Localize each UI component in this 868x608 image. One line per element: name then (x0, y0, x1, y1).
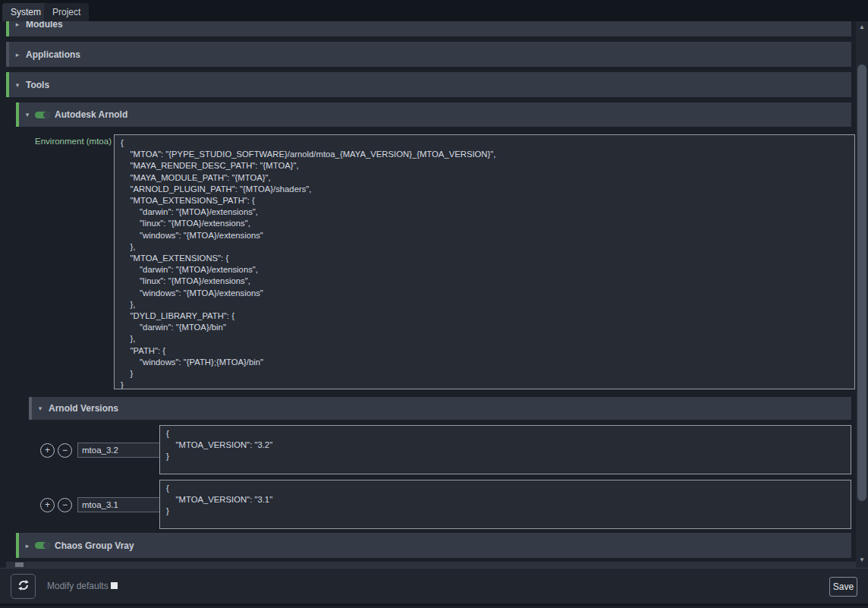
vertical-scrollbar-thumb[interactable] (857, 65, 866, 501)
save-button[interactable]: Save (829, 577, 857, 597)
tab-project[interactable]: Project (44, 3, 89, 21)
footer-bar: Modify defaults Save (0, 568, 868, 606)
section-title-autodesk-arnold: Autodesk Arnold (55, 109, 127, 120)
modify-defaults-label: Modify defaults (47, 581, 108, 591)
environment-mtoa-label: Environment (mtoa) (19, 137, 112, 146)
modify-defaults-checkbox[interactable] (111, 582, 118, 589)
section-header-arnold-versions[interactable]: ▾ Arnold Versions (29, 397, 851, 420)
scroll-down-icon[interactable]: ▼ (856, 554, 868, 566)
version-row-controls: + − (40, 497, 161, 512)
version-json-editor[interactable]: { "MTOA_VERSION": "3.1" } (159, 480, 851, 529)
chevron-right-icon: ▸ (12, 51, 23, 58)
chevron-down-icon: ▾ (35, 405, 46, 412)
toggle-knob (43, 112, 50, 118)
chevron-right-icon: ▸ (12, 21, 23, 28)
settings-content: ▸ Modules ▸ Applications ▾ Tools ▾ Autod… (0, 21, 868, 568)
toggle-knob (43, 542, 50, 549)
chevron-down-icon: ▾ (22, 111, 33, 118)
horizontal-scrollbar[interactable] (6, 562, 856, 568)
section-title-tools: Tools (26, 80, 49, 90)
section-title-arnold-versions: Arnold Versions (49, 403, 118, 414)
section-title-modules: Modules (26, 21, 63, 30)
version-row-controls: + − (40, 443, 161, 458)
remove-version-button[interactable]: − (58, 498, 72, 512)
horizontal-scrollbar-thumb[interactable] (15, 562, 24, 567)
section-header-tools[interactable]: ▾ Tools (6, 72, 851, 97)
version-name-input[interactable] (77, 443, 161, 458)
section-header-modules[interactable]: ▸ Modules (6, 21, 851, 36)
scroll-up-icon[interactable]: ▲ (856, 21, 868, 33)
version-name-input[interactable] (77, 497, 161, 512)
chevron-down-icon: ▾ (12, 81, 23, 89)
remove-version-button[interactable]: − (58, 443, 72, 458)
refresh-icon (17, 579, 30, 594)
vray-enabled-toggle[interactable] (35, 542, 50, 549)
section-title-applications: Applications (26, 49, 80, 60)
section-header-chaos-group-vray[interactable]: ▸ Chaos Group Vray (16, 533, 851, 558)
tab-bar: System Project (0, 0, 868, 21)
settings-window: System Project ▸ Modules ▸ Applications … (0, 0, 868, 608)
add-version-button[interactable]: + (40, 443, 55, 458)
window-bottom-edge (0, 603, 868, 606)
arnold-enabled-toggle[interactable] (35, 112, 50, 118)
environment-json-editor[interactable]: { "MTOA": "{PYPE_STUDIO_SOFTWARE}/arnold… (114, 134, 855, 389)
section-header-autodesk-arnold[interactable]: ▾ Autodesk Arnold (16, 102, 851, 127)
tab-system[interactable]: System (2, 3, 49, 21)
vertical-scrollbar[interactable]: ▲ ▼ (856, 21, 868, 568)
version-json-editor[interactable]: { "MTOA_VERSION": "3.2" } (159, 425, 851, 474)
refresh-button[interactable] (11, 574, 36, 599)
section-header-applications[interactable]: ▸ Applications (6, 42, 851, 67)
chevron-right-icon: ▸ (22, 542, 33, 550)
section-title-chaos-group-vray: Chaos Group Vray (55, 540, 134, 551)
add-version-button[interactable]: + (40, 498, 55, 512)
